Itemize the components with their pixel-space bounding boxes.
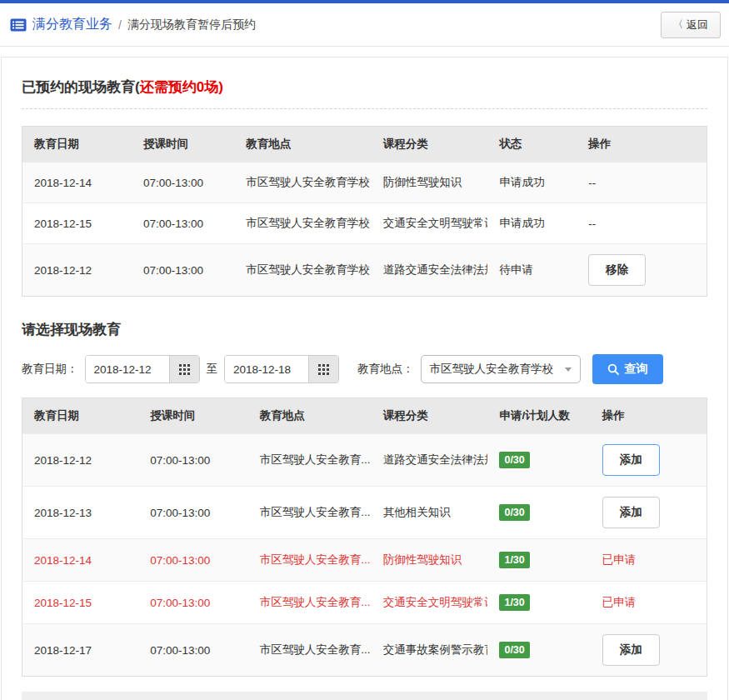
cell-place: 市区驾驶人安全教育... bbox=[248, 582, 372, 624]
breadcrumb-root[interactable]: 满分教育业务 bbox=[32, 16, 112, 33]
booked-table-header-row: 教育日期 授课时间 教育地点 课程分类 状态 操作 bbox=[22, 127, 707, 162]
back-button[interactable]: 〈 返回 bbox=[661, 12, 721, 38]
col-header-status: 状态 bbox=[487, 127, 577, 162]
cell-date: 2018-12-17 bbox=[22, 624, 139, 677]
cell-time: 07:00-13:00 bbox=[138, 487, 248, 539]
cell-action: 已申请 bbox=[591, 582, 707, 624]
cell-time: 07:00-13:00 bbox=[132, 244, 234, 297]
add-button[interactable]: 添加 bbox=[602, 444, 660, 476]
search-button-label: 查询 bbox=[625, 362, 648, 377]
cell-place: 市区驾驶人安全教育学校 bbox=[234, 244, 371, 297]
booked-table: 教育日期 授课时间 教育地点 课程分类 状态 操作 2018-12-14 07:… bbox=[22, 126, 707, 297]
cell-course: 防御性驾驶知识 bbox=[372, 162, 488, 203]
table-row: 2018-12-13 07:00-13:00 市区驾驶人安全教育... 其他相关… bbox=[22, 487, 707, 539]
cell-course: 交通安全文明驾驶常识 bbox=[372, 203, 488, 244]
cell-count: 0/30 bbox=[487, 624, 590, 677]
cell-course: 交通事故案例警示教育 bbox=[372, 624, 488, 677]
table-row: 2018-12-15 07:00-13:00 市区驾驶人安全教育学校 交通安全文… bbox=[22, 203, 707, 244]
col-header-course: 课程分类 bbox=[372, 398, 488, 434]
add-button[interactable]: 添加 bbox=[602, 634, 660, 666]
col-header-course: 课程分类 bbox=[372, 127, 488, 162]
cell-count: 1/30 bbox=[487, 539, 590, 582]
content-panel: 已预约的现场教育(还需预约0场) 教育日期 授课时间 教育地点 课程分类 状态 … bbox=[1, 57, 728, 700]
cell-place: 市区驾驶人安全教育学校 bbox=[234, 203, 371, 244]
cell-count: 0/30 bbox=[487, 434, 590, 487]
cell-status: 待申请 bbox=[487, 244, 577, 297]
education-place-select[interactable]: 市区驾驶人安全教育学校 bbox=[421, 355, 581, 383]
cell-action: -- bbox=[577, 203, 707, 244]
col-header-count: 申请/计划人数 bbox=[487, 398, 590, 434]
applied-status-text: 已申请 bbox=[602, 596, 637, 608]
col-header-action: 操作 bbox=[577, 127, 707, 162]
date-range-to-label: 至 bbox=[207, 362, 218, 377]
cell-status: 申请成功 bbox=[487, 162, 577, 203]
table-row: 2018-12-14 07:00-13:00 市区驾驶人安全教育... 防御性驾… bbox=[22, 539, 707, 582]
education-place-value: 市区驾驶人安全教育学校 bbox=[430, 362, 554, 377]
remove-button[interactable]: 移除 bbox=[588, 254, 646, 286]
col-header-time: 授课时间 bbox=[132, 127, 234, 162]
schedule-table-header-row: 教育日期 授课时间 教育地点 课程分类 申请/计划人数 操作 bbox=[22, 398, 707, 434]
cell-time: 07:00-13:00 bbox=[138, 582, 248, 624]
schedule-table: 教育日期 授课时间 教育地点 课程分类 申请/计划人数 操作 2018-12-1… bbox=[22, 398, 707, 677]
booked-title-paren: ) bbox=[218, 79, 223, 95]
table-footer: 共 5 条数据 bbox=[22, 692, 707, 700]
table-row: 2018-12-14 07:00-13:00 市区驾驶人安全教育学校 防御性驾驶… bbox=[22, 162, 707, 203]
booked-section-title: 已预约的现场教育(还需预约0场) bbox=[22, 78, 707, 97]
date-to-group bbox=[224, 355, 339, 383]
cell-date: 2018-12-12 bbox=[22, 244, 132, 297]
page-header: 满分教育业务 / 满分现场教育暂停后预约 〈 返回 bbox=[0, 3, 729, 47]
cell-count: 1/30 bbox=[487, 582, 590, 624]
capacity-badge: 1/30 bbox=[499, 552, 529, 568]
cell-action: 已申请 bbox=[591, 539, 707, 582]
breadcrumb-current: 满分现场教育暂停后预约 bbox=[127, 18, 256, 32]
cell-action: -- bbox=[577, 162, 707, 203]
capacity-badge: 0/30 bbox=[499, 642, 529, 658]
cell-action: 添加 bbox=[591, 624, 707, 677]
cell-action: 添加 bbox=[591, 434, 707, 487]
cell-time: 07:00-13:00 bbox=[132, 203, 234, 244]
chevron-down-icon bbox=[565, 368, 572, 372]
cell-count: 0/30 bbox=[487, 487, 590, 539]
cell-place: 市区驾驶人安全教育... bbox=[248, 434, 372, 487]
booked-title-red: 还需预约0场 bbox=[140, 79, 218, 95]
cell-place: 市区驾驶人安全教育学校 bbox=[234, 162, 371, 203]
back-button-label: 返回 bbox=[687, 18, 708, 32]
cell-action: 添加 bbox=[591, 487, 707, 539]
col-header-place: 教育地点 bbox=[234, 127, 371, 162]
col-header-action: 操作 bbox=[591, 398, 707, 434]
search-button[interactable]: 查询 bbox=[592, 354, 663, 384]
cell-date: 2018-12-14 bbox=[22, 162, 132, 203]
date-to-input[interactable] bbox=[225, 356, 308, 382]
cell-course: 道路交通安全法律法规 bbox=[372, 244, 488, 297]
breadcrumb-separator: / bbox=[118, 18, 122, 32]
list-icon bbox=[10, 18, 27, 32]
table-row: 2018-12-17 07:00-13:00 市区驾驶人安全教育... 交通事故… bbox=[22, 624, 707, 677]
cell-date: 2018-12-14 bbox=[22, 539, 139, 582]
place-filter-label: 教育地点： bbox=[357, 362, 414, 377]
cell-time: 07:00-13:00 bbox=[138, 539, 248, 582]
dashed-divider bbox=[22, 108, 707, 109]
select-section-title: 请选择现场教育 bbox=[22, 320, 707, 339]
table-row: 2018-12-12 07:00-13:00 市区驾驶人安全教育学校 道路交通安… bbox=[22, 244, 707, 297]
cell-date: 2018-12-13 bbox=[22, 487, 139, 539]
capacity-badge: 1/30 bbox=[499, 594, 529, 611]
cell-place: 市区驾驶人安全教育... bbox=[248, 539, 372, 582]
calendar-icon[interactable] bbox=[169, 356, 199, 382]
add-button[interactable]: 添加 bbox=[602, 497, 660, 528]
cell-place: 市区驾驶人安全教育... bbox=[248, 487, 372, 539]
capacity-badge: 0/30 bbox=[499, 452, 529, 468]
booked-title-black: 已预约的现场教育( bbox=[22, 79, 140, 95]
date-from-group bbox=[85, 355, 200, 383]
cell-date: 2018-12-15 bbox=[22, 582, 139, 624]
date-filter-label: 教育日期： bbox=[22, 362, 78, 377]
search-icon bbox=[607, 363, 619, 375]
cell-time: 07:00-13:00 bbox=[132, 162, 234, 203]
cell-time: 07:00-13:00 bbox=[138, 434, 248, 487]
cell-course: 防御性驾驶知识 bbox=[372, 539, 488, 582]
calendar-icon[interactable] bbox=[308, 356, 338, 382]
table-row: 2018-12-15 07:00-13:00 市区驾驶人安全教育... 交通安全… bbox=[22, 582, 707, 624]
cell-course: 道路交通安全法律法规 bbox=[372, 434, 488, 487]
filter-bar: 教育日期： 至 bbox=[22, 354, 707, 384]
date-from-input[interactable] bbox=[86, 356, 169, 382]
table-row: 2018-12-12 07:00-13:00 市区驾驶人安全教育... 道路交通… bbox=[22, 434, 707, 487]
